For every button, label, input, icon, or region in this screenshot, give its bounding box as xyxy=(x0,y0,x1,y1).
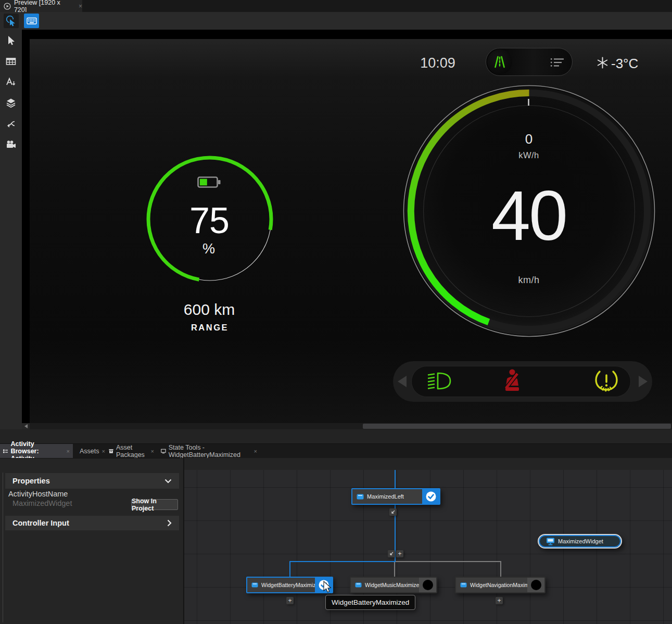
properties-scrollbar[interactable] xyxy=(3,473,3,622)
preview-hscrollbar xyxy=(22,423,672,429)
toggle-knob xyxy=(487,49,512,74)
substate-button[interactable] xyxy=(388,550,395,557)
substate-button[interactable] xyxy=(389,508,397,516)
package-box-icon xyxy=(109,448,113,454)
controller-input-label: Controller Input xyxy=(12,519,69,527)
node-widget-battery-maximized[interactable]: WidgetBatteryMaximized xyxy=(246,577,333,593)
tab-state-tools[interactable]: State Tools - WidgetBatteryMaximized × xyxy=(158,444,260,459)
tab-label: Assets xyxy=(80,448,99,455)
tab-close-icon[interactable]: × xyxy=(254,448,257,454)
hscroll-thumb[interactable] xyxy=(363,424,671,429)
widget-icon xyxy=(355,582,362,588)
controller-input-header[interactable]: Controller Input xyxy=(5,516,179,530)
tab-assets[interactable]: Assets × xyxy=(74,444,105,459)
node-label: WidgetBatteryMaximized xyxy=(261,582,315,588)
snowflake-icon xyxy=(597,57,608,69)
select-arrow-icon xyxy=(6,35,16,46)
tab-label: Asset Packages xyxy=(116,444,148,459)
node-inactive-marker[interactable] xyxy=(419,578,436,592)
corner-arrow-icon xyxy=(390,510,396,515)
tab-label: State Tools - WidgetBatteryMaximized xyxy=(169,444,251,459)
tab-close-icon[interactable]: × xyxy=(151,448,154,454)
range-label: RANGE xyxy=(191,323,229,333)
properties-header[interactable]: Properties xyxy=(5,473,179,489)
top-tab-bar: Preview [1920 x 720] × xyxy=(0,0,672,12)
keyboard-icon xyxy=(26,15,37,27)
keyboard-mode-button[interactable] xyxy=(24,14,39,28)
edge-center-blue xyxy=(395,470,396,562)
edge-rail-blue xyxy=(289,561,396,562)
ide-window: Preview [1920 x 720] × xyxy=(0,0,672,624)
node-inactive-marker[interactable] xyxy=(527,578,544,592)
speed-value: 40 xyxy=(491,175,566,256)
monitor-icon xyxy=(546,538,555,545)
chevron-right-icon xyxy=(167,519,172,527)
battery-percent-value: 75 xyxy=(189,200,229,241)
show-in-project-button[interactable]: Show In Project xyxy=(131,499,178,510)
play-circle-icon xyxy=(4,3,11,10)
seatbelt-warning-icon xyxy=(503,368,522,393)
temperature-readout: -3°C xyxy=(611,56,638,72)
warning-icon-carousel xyxy=(393,361,652,402)
node-label: MaximizedWidget xyxy=(558,538,621,544)
corner-arrow-icon xyxy=(389,551,394,556)
lane-assist-icon xyxy=(492,55,507,69)
touch-mode-button[interactable] xyxy=(4,14,19,28)
tab-preview-label: Preview [1920 x 720] xyxy=(14,0,74,14)
add-state-button[interactable]: + xyxy=(286,597,294,604)
tab-preview[interactable]: Preview [1920 x 720] × xyxy=(0,0,82,12)
tire-pressure-warning-icon xyxy=(595,370,618,392)
node-widget-navigation-maximized[interactable]: WidgetNavigationMaximized xyxy=(455,577,546,593)
black-circle-icon xyxy=(530,579,542,591)
tab-asset-packages[interactable]: Asset Packages × xyxy=(106,444,157,459)
add-state-button[interactable]: + xyxy=(396,550,403,557)
battery-percent-sign: % xyxy=(202,241,215,257)
camera-icon xyxy=(6,139,16,150)
table-tool-button[interactable] xyxy=(4,55,18,68)
black-circle-icon xyxy=(422,579,434,591)
add-state-button[interactable]: + xyxy=(496,597,503,604)
carousel-next-icon[interactable] xyxy=(639,376,648,387)
node-tooltip: WidgetBatteryMaximized xyxy=(325,595,415,610)
field-label: ActivityHostName xyxy=(8,490,68,498)
chevron-down-icon xyxy=(164,479,172,483)
carousel-prev-icon[interactable] xyxy=(398,376,407,387)
state-tools-icon xyxy=(161,448,166,454)
check-circle-icon xyxy=(425,491,437,502)
tab-close-icon[interactable]: × xyxy=(102,448,105,454)
power-value: 0 xyxy=(525,131,532,147)
camera-tool-button[interactable] xyxy=(4,138,18,151)
tab-activity-browser[interactable]: Activity Browser: Activity × xyxy=(0,444,73,459)
hscroll-left-button[interactable] xyxy=(22,423,30,429)
tab-preview-close-icon[interactable]: × xyxy=(79,3,82,10)
layers-icon xyxy=(6,98,16,108)
text-style-tool-button[interactable] xyxy=(4,75,18,89)
drive-mode-toggle[interactable] xyxy=(486,48,573,76)
node-label: MaximizedLeft xyxy=(367,493,422,500)
node-maximized-left[interactable]: MaximizedLeft xyxy=(351,488,440,505)
hscroll-left-arrow-icon xyxy=(24,424,28,428)
flow-arrows-icon xyxy=(6,119,16,129)
edge-rail-gray xyxy=(396,561,501,562)
tab-close-icon[interactable]: × xyxy=(67,448,70,454)
speed-unit: km/h xyxy=(518,275,539,286)
layers-tool-button[interactable] xyxy=(4,96,18,110)
widget-icon xyxy=(460,582,467,588)
widget-icon xyxy=(251,582,258,588)
touch-cursor-icon xyxy=(6,15,17,27)
node-widget-music-maximized[interactable]: WidgetMusicMaximized xyxy=(350,577,437,593)
activity-browser-icon xyxy=(3,448,8,454)
edge-drop-battery xyxy=(289,561,290,577)
font-style-icon xyxy=(6,77,16,87)
edge-drop-music xyxy=(394,562,395,577)
headlight-indicator-icon xyxy=(426,371,451,391)
select-tool-button[interactable] xyxy=(4,34,18,47)
panel-gap xyxy=(0,429,672,443)
node-maximized-widget[interactable]: MaximizedWidget xyxy=(538,534,622,549)
node-active-check[interactable] xyxy=(422,489,439,504)
node-label: WidgetMusicMaximized xyxy=(365,582,419,588)
node-label: WidgetNavigationMaximized xyxy=(470,582,527,588)
field-value: MaximizedWidget xyxy=(12,499,72,507)
state-graph-canvas[interactable]: MaximizedLeft M xyxy=(184,458,672,624)
flow-tool-button[interactable] xyxy=(4,117,18,131)
